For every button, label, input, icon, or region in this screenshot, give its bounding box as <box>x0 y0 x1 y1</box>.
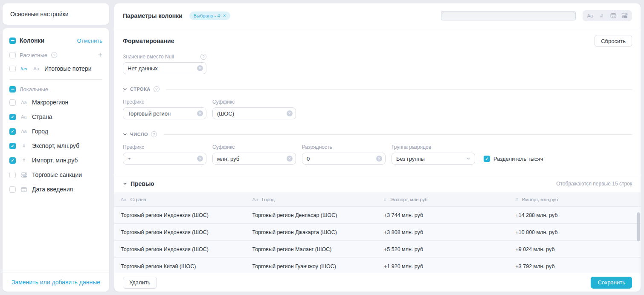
table-row: Торговый регион Китай (ШОС) Торговый рег… <box>114 258 641 273</box>
search-input[interactable] <box>441 11 576 20</box>
preview-title: Превью <box>131 180 154 187</box>
panel-header: Параметры колонки Выбрано - 4 × Aa # <box>114 3 641 28</box>
text-type-icon: Aa <box>121 197 126 202</box>
item-label: Страна <box>32 113 52 120</box>
string-suffix-input[interactable] <box>212 107 296 119</box>
scrollbar-thumb[interactable] <box>637 212 640 241</box>
sidebar-item-import[interactable]: # Импорт, млн,руб <box>9 153 102 168</box>
local-checkbox[interactable] <box>9 86 16 93</box>
string-prefix-label: Префикс <box>123 99 144 105</box>
item-checkbox[interactable] <box>9 186 16 193</box>
badge-close-icon[interactable]: × <box>223 13 226 18</box>
sidebar-item-eksport[interactable]: # Экспорт, млн.руб <box>9 139 102 153</box>
replace-or-add-data-link[interactable]: Заменить или добавить данные <box>12 279 100 286</box>
item-checkbox[interactable] <box>9 172 16 178</box>
item-label: Итоговые потери <box>44 65 92 72</box>
panel-body: Форматирование Сбросить Значение вместо … <box>114 28 641 273</box>
number-type-icon: # <box>516 197 518 202</box>
number-suffix-input[interactable] <box>212 153 296 165</box>
columns-checkbox[interactable] <box>9 38 16 44</box>
column-header: Импорт, млн,руб <box>522 197 558 202</box>
column-header: Экспорт, млн.руб <box>390 197 427 202</box>
number-type-icon: # <box>20 158 28 163</box>
string-section-title: СТРОКА <box>130 87 151 92</box>
precision-input[interactable] <box>302 153 386 165</box>
cancel-link[interactable]: Отменить <box>77 38 102 44</box>
null-value-input[interactable] <box>123 62 206 74</box>
sidebar-item-makroregion[interactable]: Aa Макрорегион <box>9 95 102 110</box>
cell-city: Торговый регион Денпасар (ШОС) <box>246 207 378 223</box>
item-label: Экспорт, млн.руб <box>32 142 79 149</box>
help-icon[interactable]: ? <box>154 86 160 92</box>
clear-icon[interactable]: ✕ <box>197 110 203 116</box>
chevron-down-icon[interactable] <box>123 132 127 136</box>
text-type-icon: Aa <box>20 129 28 134</box>
item-checkbox[interactable] <box>9 114 16 120</box>
save-button[interactable]: Сохранить <box>591 277 632 289</box>
chevron-down-icon[interactable] <box>123 87 127 91</box>
clear-icon[interactable]: ✕ <box>287 110 293 116</box>
number-prefix-input[interactable] <box>123 153 206 165</box>
string-suffix-label: Суффикс <box>212 99 235 105</box>
chevron-down-icon[interactable] <box>123 182 127 186</box>
cell-city: Торговый регион Гуанчжоу (ШОС) <box>246 258 378 273</box>
digit-group-value: Без группы <box>396 156 425 162</box>
add-calculated-button plus-icon[interactable]: + <box>98 51 102 59</box>
string-prefix-input[interactable] <box>123 107 206 119</box>
local-label: Локальные <box>20 86 48 93</box>
reset-button[interactable]: Сбросить <box>595 35 632 47</box>
sidebar-item-gorod[interactable]: Aa Город <box>9 124 102 139</box>
text-type-filter-button[interactable]: Aa <box>584 11 596 20</box>
text-type-icon: Aa <box>32 66 41 71</box>
item-checkbox[interactable] <box>9 157 16 164</box>
thousands-separator-checkbox[interactable] <box>484 156 490 162</box>
sidebar-item-strana[interactable]: Aa Страна <box>9 110 102 124</box>
cell-import: +14 288 млн. руб <box>509 207 641 223</box>
number-suffix-label: Суффикс <box>212 144 235 150</box>
clear-icon[interactable]: ✕ <box>287 156 293 162</box>
number-section-title: ЧИСЛО <box>130 132 148 137</box>
main-settings-card[interactable]: Основные настройки <box>3 3 109 25</box>
precision-label: Разрядность <box>302 144 332 150</box>
page-title: Параметры колонки <box>123 12 183 19</box>
sidebar-item-itogovye-poteri[interactable]: fun Aa Итоговые потери <box>9 61 102 76</box>
badge-label: Выбрано - 4 <box>194 13 220 18</box>
calculated-label: Расчетные <box>20 52 47 58</box>
calculated-checkbox[interactable] <box>9 52 16 58</box>
cell-country: Торговый регион Индонезия (ШОС) <box>114 241 246 257</box>
clear-icon[interactable]: ✕ <box>376 156 382 162</box>
cell-export: +3 744 млн. руб <box>377 207 509 223</box>
calendar-icon[interactable] <box>607 11 619 20</box>
help-icon[interactable]: ? <box>151 131 157 137</box>
clear-icon[interactable]: ✕ <box>197 65 203 71</box>
help-icon[interactable]: ? <box>200 54 206 60</box>
sidebar-item-torgovye-sankcii[interactable]: Торговые санкции <box>9 168 102 182</box>
cell-export: +1 920 млн. руб <box>377 258 509 273</box>
item-checkbox[interactable] <box>9 128 16 135</box>
toggle-icon[interactable] <box>619 11 630 20</box>
cell-city: Торговый регион Маланг (ШОС) <box>246 241 378 257</box>
sidebar-item-data-vvedeniya[interactable]: Дата введения <box>9 182 102 197</box>
item-label: Макрорегион <box>32 99 68 106</box>
thousands-separator-option[interactable]: Разделитель тысяч <box>484 153 543 165</box>
help-icon[interactable]: ? <box>51 52 57 58</box>
item-checkbox[interactable] <box>9 66 16 72</box>
number-type-filter-button[interactable]: # <box>596 11 607 20</box>
toggle-icon <box>20 172 28 178</box>
table-row: Торговый регион Индонезия (ШОС) Торговый… <box>114 241 641 258</box>
item-checkbox[interactable] <box>9 143 16 149</box>
panel-footer: Удалить Сохранить <box>114 273 641 292</box>
cell-import: +10 800 млн. руб <box>509 224 641 240</box>
clear-icon[interactable]: ✕ <box>197 156 203 162</box>
digit-group-select[interactable]: Без группы <box>392 153 475 165</box>
cell-export: +3 808 млн. руб <box>377 224 509 240</box>
null-value-label: Значение вместо Null <box>123 54 174 60</box>
cell-country: Торговый регион Китай (ШОС) <box>114 258 246 273</box>
delete-button[interactable]: Удалить <box>123 277 157 289</box>
item-checkbox[interactable] <box>9 99 16 106</box>
cell-import: +9 024 млн. руб <box>509 241 641 257</box>
cell-country: Торговый регион Индонезия (ШОС) <box>114 224 246 240</box>
cell-import: +3 792 млн. руб <box>509 258 641 273</box>
chevron-down-icon <box>466 156 470 161</box>
item-label: Импорт, млн,руб <box>32 157 78 164</box>
